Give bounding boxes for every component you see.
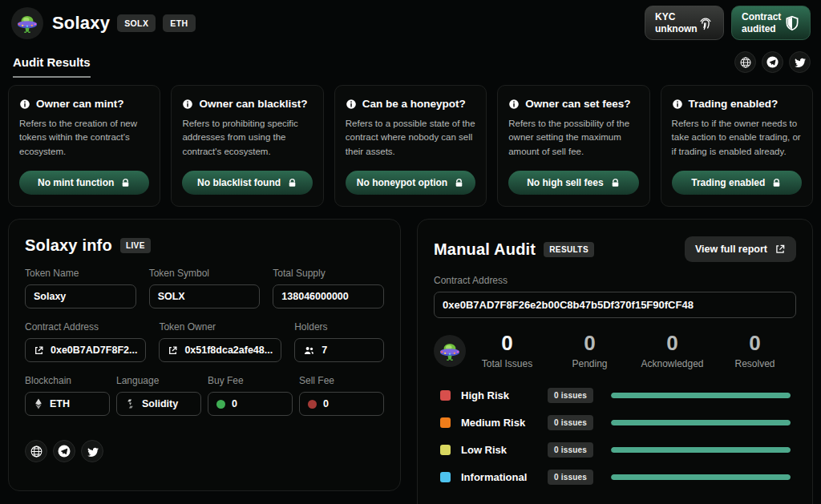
telegram-link[interactable] xyxy=(762,51,783,73)
token-info-grid-row3: Blockchain ETH Language Solidity Buy Fee xyxy=(25,362,384,416)
kyc-status-chip[interactable]: KYCunknown xyxy=(645,6,724,40)
contract-address-label: Contract Address xyxy=(25,321,146,333)
risk-progress-bar xyxy=(611,393,791,398)
stat-total-issues: 0 Total Issues xyxy=(466,333,548,369)
risk-color-swatch xyxy=(440,472,451,482)
total-supply-field[interactable]: 138046000000 xyxy=(273,284,384,308)
stat-resolved: 0 Resolved xyxy=(714,333,796,369)
sell-fee-field[interactable]: 0 xyxy=(299,392,384,416)
risk-progress-fill xyxy=(611,447,791,453)
risk-color-swatch xyxy=(440,445,451,455)
audit-stats-row: 0 Total Issues 0 Pending 0 Acknowledged … xyxy=(434,333,796,369)
risk-label: Low Risk xyxy=(461,444,548,456)
sell-fee-label: Sell Fee xyxy=(299,375,384,386)
contract-audited-chip[interactable]: Contractaudited xyxy=(731,6,811,40)
trading-status-button[interactable]: Trading enabled xyxy=(672,171,802,195)
info-icon xyxy=(346,99,357,110)
risk-row-low: Low Risk 0 issues xyxy=(440,441,796,458)
card-trading-enabled: Trading enabled? Refers to if the owner … xyxy=(661,85,813,207)
card-title-row: Owner can blacklist? xyxy=(182,98,312,110)
external-link-icon xyxy=(34,345,44,356)
token-owner-field[interactable]: 0x51f8dca2afe48... xyxy=(159,338,281,362)
fingerprint-icon xyxy=(698,15,714,31)
risk-color-swatch xyxy=(440,417,451,428)
globe-icon xyxy=(30,445,43,458)
buy-fee-label: Buy Fee xyxy=(208,375,293,386)
card-title: Owner can set fees? xyxy=(525,98,630,110)
audit-contract-address-field[interactable]: 0xe0B7AD7F8F26e2b00C8b47b5Df370f15F90fCF… xyxy=(434,292,796,318)
shield-icon xyxy=(784,15,800,31)
token-info-panel: Solaxy info LIVE Token Name Solaxy Token… xyxy=(8,219,401,491)
telegram-icon xyxy=(57,444,71,458)
blacklist-status-button[interactable]: No blacklist found xyxy=(182,171,312,195)
risk-issue-count-badge: 0 issues xyxy=(548,415,593,430)
manual-audit-panel: Manual Audit RESULTS View full report Co… xyxy=(417,219,813,504)
card-description: Refers to the creation of new tokens wit… xyxy=(19,117,149,171)
mint-status-button[interactable]: No mint function xyxy=(19,171,149,195)
blockchain-label: Blockchain xyxy=(25,375,110,386)
language-label: Language xyxy=(116,375,201,386)
risk-issue-count-badge: 0 issues xyxy=(548,388,593,403)
token-symbol-badge: SOLX xyxy=(117,14,156,32)
twitter-link[interactable] xyxy=(789,51,811,73)
sell-fees-status-button[interactable]: No high sell fees xyxy=(508,171,638,195)
card-description: Refers to the possibility of the owner s… xyxy=(508,117,638,171)
holders-label: Holders xyxy=(294,321,384,333)
card-title: Trading enabled? xyxy=(689,98,779,110)
buy-fee-dot xyxy=(216,400,225,409)
total-supply-label: Total Supply xyxy=(273,268,384,279)
live-badge: LIVE xyxy=(120,238,151,253)
website-link[interactable] xyxy=(734,51,756,73)
stat-pending: 0 Pending xyxy=(548,333,631,369)
sell-fee-dot xyxy=(308,400,317,409)
token-symbol-field[interactable]: SOLX xyxy=(149,284,261,308)
contract-address-field[interactable]: 0xe0B7AD7F8F2... xyxy=(25,338,146,362)
card-title-row: Owner can mint? xyxy=(19,98,149,110)
token-name-field[interactable]: Solaxy xyxy=(25,284,136,308)
website-link[interactable] xyxy=(25,440,47,462)
tab-audit-results[interactable]: Audit Results xyxy=(13,55,91,78)
risk-color-swatch xyxy=(440,390,451,401)
language-field[interactable]: Solidity xyxy=(116,392,201,416)
buy-fee-field[interactable]: 0 xyxy=(208,392,293,416)
holders-field[interactable]: 7 xyxy=(294,338,384,362)
external-link-icon xyxy=(168,345,178,356)
card-owner-set-fees: Owner can set fees? Refers to the possib… xyxy=(497,85,649,207)
risk-progress-fill xyxy=(611,474,791,480)
risk-progress-bar xyxy=(611,420,791,425)
risk-row-informational: Informational 0 issues xyxy=(440,468,796,486)
telegram-link[interactable] xyxy=(53,440,75,462)
honeypot-status-button[interactable]: No honeypot option xyxy=(346,171,475,195)
info-icon xyxy=(19,99,30,110)
globe-icon xyxy=(739,56,752,69)
token-symbol-label: Token Symbol xyxy=(149,268,261,279)
holders-icon xyxy=(303,345,315,357)
chain-badge: ETH xyxy=(163,14,195,32)
info-icon xyxy=(672,99,683,110)
ethereum-icon xyxy=(34,398,43,409)
detail-panels: Solaxy info LIVE Token Name Solaxy Token… xyxy=(8,219,813,504)
risk-issue-count-badge: 0 issues xyxy=(548,470,593,485)
risk-progress-bar xyxy=(611,474,791,480)
token-info-grid-row1: Token Name Solaxy Token Symbol SOLX Tota… xyxy=(25,255,384,308)
manual-audit-title: Manual Audit xyxy=(434,240,536,259)
view-full-report-button[interactable]: View full report xyxy=(685,236,796,262)
header-status-chips: KYCunknown Contractaudited xyxy=(645,6,811,40)
lock-icon xyxy=(454,178,464,188)
ufo-logo-icon xyxy=(11,7,43,39)
risk-row-high: High Risk 0 issues xyxy=(440,386,796,404)
card-honeypot: Can be a honeypot? Refers to a possible … xyxy=(334,85,487,207)
solidity-icon xyxy=(125,398,135,409)
audit-question-cards: Owner can mint? Refers to the creation o… xyxy=(8,85,813,207)
manual-audit-header: Manual Audit RESULTS View full report xyxy=(434,236,796,262)
card-title: Owner can mint? xyxy=(36,98,124,110)
twitter-link[interactable] xyxy=(81,440,103,462)
card-description: Refers to if the owner needs to take act… xyxy=(672,117,802,171)
stat-acknowledged: 0 Acknowledged xyxy=(631,333,714,369)
token-info-title: Solaxy info xyxy=(25,236,112,255)
card-owner-can-mint: Owner can mint? Refers to the creation o… xyxy=(8,85,160,207)
risk-label: Informational xyxy=(461,471,548,483)
telegram-icon xyxy=(766,55,779,69)
blockchain-field[interactable]: ETH xyxy=(25,392,110,416)
risk-progress-fill xyxy=(611,420,791,425)
